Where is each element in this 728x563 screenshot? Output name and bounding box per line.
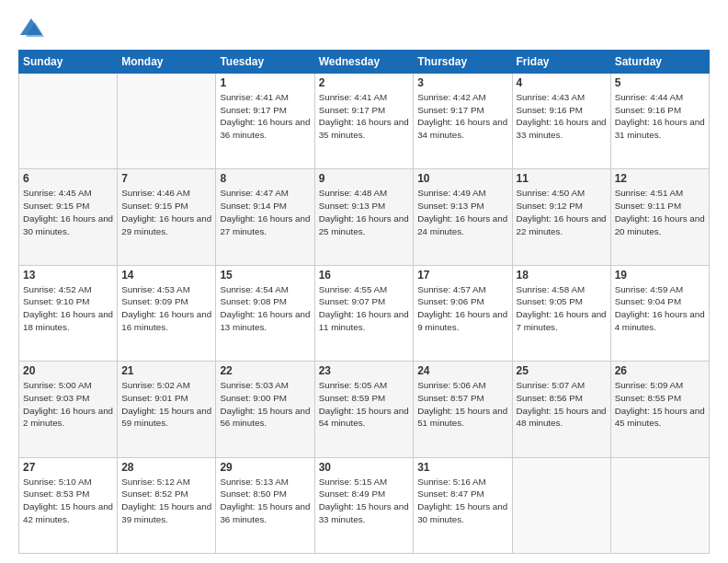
- calendar-cell: 9Sunrise: 4:48 AM Sunset: 9:13 PM Daylig…: [314, 169, 414, 265]
- calendar-cell: 17Sunrise: 4:57 AM Sunset: 9:06 PM Dayli…: [414, 265, 512, 361]
- day-info: Sunrise: 5:15 AM Sunset: 8:49 PM Dayligh…: [319, 476, 410, 526]
- day-number: 8: [220, 172, 310, 185]
- day-info: Sunrise: 4:44 AM Sunset: 9:16 PM Dayligh…: [615, 91, 705, 142]
- calendar-cell: 3Sunrise: 4:42 AM Sunset: 9:17 PM Daylig…: [414, 74, 512, 169]
- calendar-cell: 11Sunrise: 4:50 AM Sunset: 9:12 PM Dayli…: [512, 169, 610, 265]
- day-number: 10: [417, 172, 507, 185]
- day-info: Sunrise: 4:47 AM Sunset: 9:14 PM Dayligh…: [220, 187, 310, 237]
- day-header-sunday: Sunday: [19, 51, 118, 74]
- day-number: 12: [615, 172, 705, 185]
- day-info: Sunrise: 5:00 AM Sunset: 9:03 PM Dayligh…: [23, 379, 113, 430]
- calendar-cell: 31Sunrise: 5:16 AM Sunset: 8:47 PM Dayli…: [414, 457, 512, 553]
- day-info: Sunrise: 5:10 AM Sunset: 8:53 PM Dayligh…: [23, 476, 113, 526]
- calendar-cell: 1Sunrise: 4:41 AM Sunset: 9:17 PM Daylig…: [216, 74, 314, 169]
- day-info: Sunrise: 4:45 AM Sunset: 9:15 PM Dayligh…: [23, 187, 113, 237]
- day-info: Sunrise: 4:53 AM Sunset: 9:09 PM Dayligh…: [121, 283, 211, 334]
- day-number: 24: [417, 364, 507, 377]
- day-number: 23: [319, 364, 410, 377]
- day-number: 25: [517, 364, 607, 377]
- day-number: 28: [121, 461, 211, 474]
- calendar-cell: [512, 457, 610, 553]
- calendar-cell: [118, 74, 216, 169]
- day-info: Sunrise: 4:52 AM Sunset: 9:10 PM Dayligh…: [23, 283, 113, 334]
- day-number: 30: [319, 461, 410, 474]
- day-number: 14: [121, 269, 211, 282]
- day-number: 19: [615, 269, 705, 282]
- day-info: Sunrise: 4:54 AM Sunset: 9:08 PM Dayligh…: [220, 283, 310, 334]
- day-info: Sunrise: 5:13 AM Sunset: 8:50 PM Dayligh…: [220, 476, 310, 526]
- day-number: 1: [220, 76, 310, 89]
- calendar-cell: [610, 457, 709, 553]
- day-header-wednesday: Wednesday: [314, 51, 414, 74]
- calendar-cell: 21Sunrise: 5:02 AM Sunset: 9:01 PM Dayli…: [118, 362, 216, 457]
- day-header-tuesday: Tuesday: [216, 51, 314, 74]
- day-info: Sunrise: 4:41 AM Sunset: 9:17 PM Dayligh…: [220, 91, 310, 142]
- calendar-cell: 27Sunrise: 5:10 AM Sunset: 8:53 PM Dayli…: [19, 457, 118, 553]
- day-info: Sunrise: 4:50 AM Sunset: 9:12 PM Dayligh…: [517, 187, 607, 237]
- day-info: Sunrise: 4:51 AM Sunset: 9:11 PM Dayligh…: [615, 187, 705, 237]
- day-header-monday: Monday: [118, 51, 216, 74]
- day-number: 4: [517, 76, 607, 89]
- day-info: Sunrise: 5:03 AM Sunset: 9:00 PM Dayligh…: [220, 379, 310, 430]
- day-number: 6: [23, 172, 113, 185]
- calendar-cell: 10Sunrise: 4:49 AM Sunset: 9:13 PM Dayli…: [414, 169, 512, 265]
- day-number: 9: [319, 172, 410, 185]
- day-header-saturday: Saturday: [610, 51, 709, 74]
- day-info: Sunrise: 4:42 AM Sunset: 9:17 PM Dayligh…: [417, 91, 507, 142]
- day-info: Sunrise: 5:09 AM Sunset: 8:55 PM Dayligh…: [615, 379, 705, 430]
- calendar-cell: 8Sunrise: 4:47 AM Sunset: 9:14 PM Daylig…: [216, 169, 314, 265]
- calendar-cell: 2Sunrise: 4:41 AM Sunset: 9:17 PM Daylig…: [314, 74, 414, 169]
- day-number: 17: [417, 269, 507, 282]
- calendar-cell: 22Sunrise: 5:03 AM Sunset: 9:00 PM Dayli…: [216, 362, 314, 457]
- day-info: Sunrise: 4:48 AM Sunset: 9:13 PM Dayligh…: [319, 187, 410, 237]
- calendar-cell: 7Sunrise: 4:46 AM Sunset: 9:15 PM Daylig…: [118, 169, 216, 265]
- day-header-friday: Friday: [512, 51, 610, 74]
- day-number: 11: [517, 172, 607, 185]
- day-number: 20: [23, 364, 113, 377]
- day-info: Sunrise: 4:43 AM Sunset: 9:16 PM Dayligh…: [517, 91, 607, 142]
- day-number: 16: [319, 269, 410, 282]
- day-number: 2: [319, 76, 410, 89]
- logo: [18, 15, 46, 40]
- calendar-cell: 24Sunrise: 5:06 AM Sunset: 8:57 PM Dayli…: [414, 362, 512, 457]
- day-info: Sunrise: 5:12 AM Sunset: 8:52 PM Dayligh…: [121, 476, 211, 526]
- day-header-thursday: Thursday: [414, 51, 512, 74]
- day-info: Sunrise: 5:05 AM Sunset: 8:59 PM Dayligh…: [319, 379, 410, 430]
- day-number: 27: [23, 461, 113, 474]
- day-info: Sunrise: 4:41 AM Sunset: 9:17 PM Dayligh…: [319, 91, 410, 142]
- calendar-cell: 12Sunrise: 4:51 AM Sunset: 9:11 PM Dayli…: [610, 169, 709, 265]
- calendar-cell: 30Sunrise: 5:15 AM Sunset: 8:49 PM Dayli…: [314, 457, 414, 553]
- day-info: Sunrise: 4:46 AM Sunset: 9:15 PM Dayligh…: [121, 187, 211, 237]
- calendar-table: SundayMondayTuesdayWednesdayThursdayFrid…: [18, 50, 710, 554]
- calendar-cell: 25Sunrise: 5:07 AM Sunset: 8:56 PM Dayli…: [512, 362, 610, 457]
- day-number: 31: [417, 461, 507, 474]
- day-number: 18: [517, 269, 607, 282]
- calendar-cell: 5Sunrise: 4:44 AM Sunset: 9:16 PM Daylig…: [610, 74, 709, 169]
- calendar-cell: 19Sunrise: 4:59 AM Sunset: 9:04 PM Dayli…: [610, 265, 709, 361]
- day-number: 26: [615, 364, 705, 377]
- calendar-cell: 20Sunrise: 5:00 AM Sunset: 9:03 PM Dayli…: [19, 362, 118, 457]
- day-number: 22: [220, 364, 310, 377]
- calendar-cell: 23Sunrise: 5:05 AM Sunset: 8:59 PM Dayli…: [314, 362, 414, 457]
- calendar-cell: 4Sunrise: 4:43 AM Sunset: 9:16 PM Daylig…: [512, 74, 610, 169]
- calendar-cell: 28Sunrise: 5:12 AM Sunset: 8:52 PM Dayli…: [118, 457, 216, 553]
- calendar-cell: [19, 74, 118, 169]
- day-info: Sunrise: 4:59 AM Sunset: 9:04 PM Dayligh…: [615, 283, 705, 334]
- day-number: 15: [220, 269, 310, 282]
- day-info: Sunrise: 4:55 AM Sunset: 9:07 PM Dayligh…: [319, 283, 410, 334]
- day-info: Sunrise: 4:57 AM Sunset: 9:06 PM Dayligh…: [417, 283, 507, 334]
- day-info: Sunrise: 5:16 AM Sunset: 8:47 PM Dayligh…: [417, 476, 507, 526]
- logo-icon: [18, 15, 44, 40]
- day-info: Sunrise: 5:06 AM Sunset: 8:57 PM Dayligh…: [417, 379, 507, 430]
- calendar-cell: 15Sunrise: 4:54 AM Sunset: 9:08 PM Dayli…: [216, 265, 314, 361]
- calendar-cell: 18Sunrise: 4:58 AM Sunset: 9:05 PM Dayli…: [512, 265, 610, 361]
- calendar-cell: 6Sunrise: 4:45 AM Sunset: 9:15 PM Daylig…: [19, 169, 118, 265]
- calendar-cell: 16Sunrise: 4:55 AM Sunset: 9:07 PM Dayli…: [314, 265, 414, 361]
- day-info: Sunrise: 5:07 AM Sunset: 8:56 PM Dayligh…: [517, 379, 607, 430]
- day-info: Sunrise: 4:49 AM Sunset: 9:13 PM Dayligh…: [417, 187, 507, 237]
- calendar-cell: 29Sunrise: 5:13 AM Sunset: 8:50 PM Dayli…: [216, 457, 314, 553]
- day-number: 7: [121, 172, 211, 185]
- day-number: 3: [417, 76, 507, 89]
- day-number: 13: [23, 269, 113, 282]
- day-number: 5: [615, 76, 705, 89]
